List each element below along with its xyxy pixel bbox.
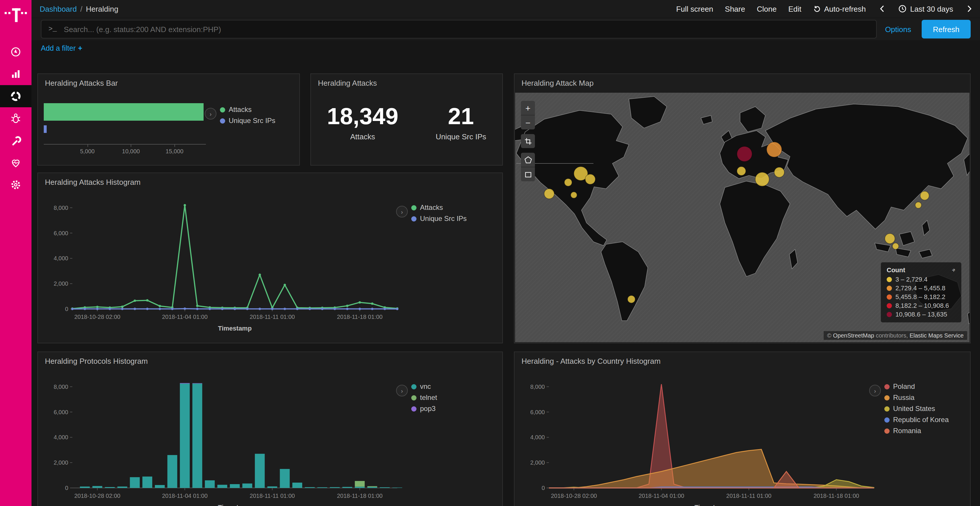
legend-entry[interactable]: 3 – 2,729.4 [887,276,956,283]
topbar-action-full-screen[interactable]: Full screen [676,5,713,13]
attack-location-dot[interactable] [915,202,922,208]
copyright-symbol: © [827,332,832,339]
sidebar-item-tools[interactable] [0,129,32,152]
svg-text:6,000: 6,000 [54,409,68,416]
legend-entry[interactable]: United States [885,404,949,413]
gear-icon [10,179,22,190]
chart-legend: AttacksUnique Src IPs [411,203,467,223]
topbar-action-share[interactable]: Share [725,5,745,13]
legend-entry[interactable]: Attacks [411,203,467,212]
compass-icon [10,46,22,58]
fit-bounds-button[interactable] [521,134,535,148]
time-forward-button[interactable] [965,3,974,14]
sidebar-item-settings[interactable] [0,174,32,196]
attack-location-dot[interactable] [774,167,784,178]
legend-label: pop3 [420,404,436,413]
chevron-right-icon [967,5,972,12]
legend-entry[interactable]: Unique Src IPs [411,214,467,223]
openstreetmap-link[interactable]: OpenStreetMap [833,332,874,339]
auto-refresh-button[interactable]: Auto-refresh [813,5,865,13]
svg-text:4,000: 4,000 [530,434,545,440]
topbar-action-clone[interactable]: Clone [757,5,777,13]
attack-location-dot[interactable] [737,167,746,176]
attack-location-dot[interactable] [628,295,635,303]
search-input[interactable] [63,24,869,34]
refresh-button[interactable]: Refresh [922,20,970,38]
refresh-arrow-icon [813,5,821,13]
attacks-bar-chart[interactable]: 5,00010,00015,000 [44,100,208,160]
query-bar: >_ Options Refresh [32,18,980,40]
map-attribution: © OpenStreetMap contributors, Elastic Ma… [824,331,967,340]
draw-polygon-button[interactable] [521,153,535,167]
legend-toggle-button[interactable]: › [396,385,408,397]
attacks-line-chart[interactable]: 02,0004,0006,0008,0002018-10-28 02:00201… [44,193,402,333]
svg-text:8,000: 8,000 [530,384,545,390]
legend-entry[interactable]: Unique Src IPs [220,117,275,125]
attack-location-dot[interactable] [585,174,595,184]
legend-entry[interactable]: 2,729.4 – 5,455.8 [887,284,956,292]
topbar-action-edit[interactable]: Edit [788,5,802,13]
panel-title[interactable]: Heralding Attack Map [522,79,593,87]
legend-entry[interactable]: telnet [411,393,437,402]
chart-legend: PolandRussiaUnited StatesRepublic of Kor… [885,382,949,435]
bar-attacks[interactable] [44,103,204,121]
attack-location-dot[interactable] [920,191,929,200]
legend-entry[interactable]: Republic of Korea [885,416,949,424]
attack-location-dot[interactable] [885,233,895,244]
panel-title[interactable]: Heralding - Attacks by Country Histogram [522,357,661,365]
legend-entry[interactable]: Poland [885,382,949,390]
breadcrumb-dashboard-link[interactable]: Dashboard [40,5,77,13]
legend-dot-icon [411,205,417,210]
legend-toggle-button[interactable]: › [205,108,216,119]
legend-entry[interactable]: vnc [411,382,437,390]
attack-location-dot[interactable] [565,179,572,186]
world-map[interactable]: + − [515,93,969,342]
legend-label: 10,908.6 – 13,635 [896,311,947,318]
country-area-chart[interactable]: 02,0004,0006,0008,0002018-10-28 02:00201… [520,372,879,506]
legend-entry[interactable]: 5,455.8 – 8,182.2 [887,293,956,300]
telekom-logo[interactable] [0,0,32,41]
time-range-picker[interactable]: Last 30 days [899,5,953,13]
attack-location-dot[interactable] [571,192,577,198]
zoom-out-button[interactable]: − [521,116,535,129]
legend-entry[interactable]: Russia [885,393,949,402]
sidebar-item-honeypot[interactable] [0,107,32,129]
legend-entry[interactable]: 8,182.2 – 10,908.6 [887,302,956,309]
attack-location-dot[interactable] [767,142,782,157]
panel-title[interactable]: Heralding Attacks Histogram [45,178,141,187]
protocols-bar-chart[interactable]: 02,0004,0006,0008,0002018-10-28 02:00201… [44,372,402,506]
svg-text:Timestamp: Timestamp [218,325,252,332]
draw-rectangle-button[interactable] [521,167,535,181]
attack-location-dot[interactable] [755,172,769,186]
rectangle-icon [524,171,532,178]
polygon-icon [524,156,532,163]
legend-entry[interactable]: Attacks [220,106,275,114]
legend-entry[interactable]: pop3 [411,404,437,413]
elastic-maps-service-link[interactable]: Elastic Maps Service [909,332,964,339]
legend-toggle-button[interactable]: › [869,385,881,397]
map-legend-collapse-icon[interactable]: » [951,267,957,273]
attack-location-dot[interactable] [892,243,899,249]
sidebar-item-health[interactable] [0,152,32,174]
time-back-button[interactable] [878,3,887,14]
bar-unique-src-ips[interactable] [44,125,47,133]
attack-location-dot[interactable] [544,189,554,199]
legend-entry[interactable]: 10,908.6 – 13,635 [887,311,956,318]
add-filter-link[interactable]: Add a filter+ [41,44,82,52]
legend-label: Attacks [229,106,252,114]
panel-title[interactable]: Heralding Protocols Histogram [45,357,148,365]
metric-label: Unique Src IPs [436,132,486,141]
metric-value: 21 [436,104,486,128]
attack-location-dot[interactable] [737,146,752,162]
x-tick-label: 5,000 [80,148,94,154]
query-options-link[interactable]: Options [885,25,911,33]
sidebar-item-dashboard[interactable] [0,85,32,107]
legend-entry[interactable]: Romania [885,427,949,435]
sidebar-item-visualize[interactable] [0,63,32,85]
zoom-in-button[interactable]: + [521,101,535,116]
legend-dot-icon [885,417,889,422]
panel-title[interactable]: Heralding Attacks Bar [45,79,118,87]
sidebar-item-discover[interactable] [0,41,32,63]
legend-toggle-button[interactable]: › [396,206,408,217]
panel-title[interactable]: Heralding Attacks [318,79,377,87]
